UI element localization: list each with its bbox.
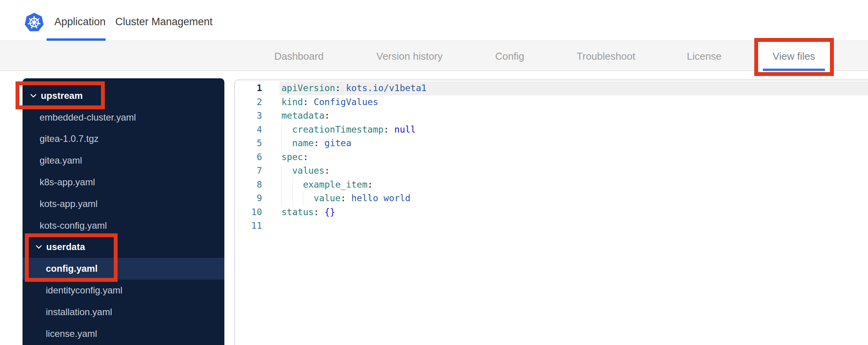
kubernetes-logo-icon (24, 12, 44, 33)
code-text: example_item: (262, 178, 373, 192)
indent-guide (281, 191, 292, 205)
indent-guide (292, 178, 303, 192)
indent-guide (281, 136, 292, 150)
code-text: spec: (262, 150, 308, 164)
code-line-3[interactable]: 3metadata: (235, 109, 868, 123)
code-line-2[interactable]: 2kind: ConfigValues (235, 95, 868, 109)
code-text: status: {} (262, 205, 335, 219)
file-label: embedded-cluster.yaml (40, 112, 136, 123)
yaml-file-viewer[interactable]: 1apiVersion: kots.io/v1beta12kind: Confi… (234, 79, 868, 345)
code-text: kind: ConfigValues (262, 95, 378, 109)
view-files-tab-underline (763, 69, 825, 71)
application-tab-underline (47, 38, 106, 41)
code-text: name: gitea (262, 136, 351, 150)
indent-guide (281, 123, 292, 137)
indent-guide (303, 191, 314, 205)
file-label: license.yaml (46, 328, 97, 339)
tree-item-upstream[interactable]: upstream (23, 85, 224, 107)
subnav-tab-config[interactable]: Config (495, 41, 524, 71)
file-tree-sidebar: upstreamembedded-cluster.yamlgitea-1.0.7… (23, 78, 224, 345)
tree-item-kots-app-yaml[interactable]: kots-app.yaml (23, 193, 224, 215)
tree-item-gitea-1-0-7-tgz[interactable]: gitea-1.0.7.tgz (23, 128, 224, 150)
tree-item-kots-config-yaml[interactable]: kots-config.yaml (23, 215, 224, 236)
header-tab-cluster-management[interactable]: Cluster Management (115, 3, 213, 41)
file-label: config.yaml (46, 263, 97, 274)
code-text (262, 219, 281, 233)
line-number: 6 (235, 150, 262, 164)
tree-item-config-yaml[interactable]: config.yaml (23, 258, 224, 279)
file-label: k8s-app.yaml (40, 177, 95, 188)
code-text: values: (262, 164, 330, 178)
line-number: 2 (235, 95, 262, 109)
file-label: installation.yaml (46, 307, 112, 317)
code-text: metadata: (262, 109, 330, 123)
code-line-9[interactable]: 9value: hello world (235, 191, 868, 205)
tree-item-identityconfig-yaml[interactable]: identityconfig.yaml (23, 279, 224, 301)
line-number: 1 (235, 81, 262, 95)
subnav-tab-troubleshoot[interactable]: Troubleshoot (577, 41, 635, 71)
code-line-10[interactable]: 10status: {} (235, 205, 868, 219)
code-line-11[interactable]: 11 (235, 219, 868, 233)
tree-item-gitea-yaml[interactable]: gitea.yaml (23, 150, 224, 171)
file-label: gitea.yaml (40, 155, 82, 166)
indent-guide (292, 191, 303, 205)
file-label: kots-app.yaml (40, 198, 97, 209)
file-label: gitea-1.0.7.tgz (40, 133, 99, 144)
line-number: 11 (235, 219, 262, 233)
code-line-8[interactable]: 8example_item: (235, 178, 868, 192)
app-subnav: DashboardVersion historyConfigTroublesho… (0, 41, 868, 71)
code-line-4[interactable]: 4creationTimestamp: null (235, 123, 868, 137)
tree-item-embedded-cluster-yaml[interactable]: embedded-cluster.yaml (23, 107, 224, 128)
line-number: 3 (235, 109, 262, 123)
tree-item-userdata[interactable]: userdata (23, 236, 224, 258)
code-line-1[interactable]: 1apiVersion: kots.io/v1beta1 (235, 81, 868, 95)
code-text: creationTimestamp: null (262, 123, 416, 137)
subnav-tab-version-history[interactable]: Version history (377, 41, 443, 71)
subnav-tab-view-files[interactable]: View files (773, 41, 815, 71)
line-number: 5 (235, 136, 262, 150)
code-line-6[interactable]: 6spec: (235, 150, 868, 164)
indent-guide (281, 178, 292, 192)
tree-item-license-yaml[interactable]: license.yaml (23, 323, 224, 345)
tree-item-k8s-app-yaml[interactable]: k8s-app.yaml (23, 171, 224, 193)
file-label: identityconfig.yaml (46, 285, 122, 296)
indent-guide (281, 164, 292, 178)
line-number: 9 (235, 191, 262, 205)
chevron-down-icon (35, 243, 43, 251)
line-number: 8 (235, 178, 262, 192)
line-number: 7 (235, 164, 262, 178)
code-text: apiVersion: kots.io/v1beta1 (262, 81, 427, 95)
code-text: value: hello world (262, 191, 410, 205)
app-header: ApplicationCluster Management (0, 3, 868, 41)
line-number: 10 (235, 205, 262, 219)
tree-item-installation-yaml[interactable]: installation.yaml (23, 301, 224, 323)
code-line-7[interactable]: 7values: (235, 164, 868, 178)
subnav-tab-dashboard[interactable]: Dashboard (274, 41, 323, 71)
file-label: kots-config.yaml (40, 220, 107, 231)
code-line-5[interactable]: 5name: gitea (235, 136, 868, 150)
subnav-tab-license[interactable]: License (687, 41, 722, 71)
folder-label: upstream (41, 90, 83, 101)
chevron-down-icon (30, 92, 37, 100)
line-number: 4 (235, 123, 262, 137)
folder-label: userdata (46, 242, 85, 252)
header-tab-application[interactable]: Application (54, 3, 106, 41)
